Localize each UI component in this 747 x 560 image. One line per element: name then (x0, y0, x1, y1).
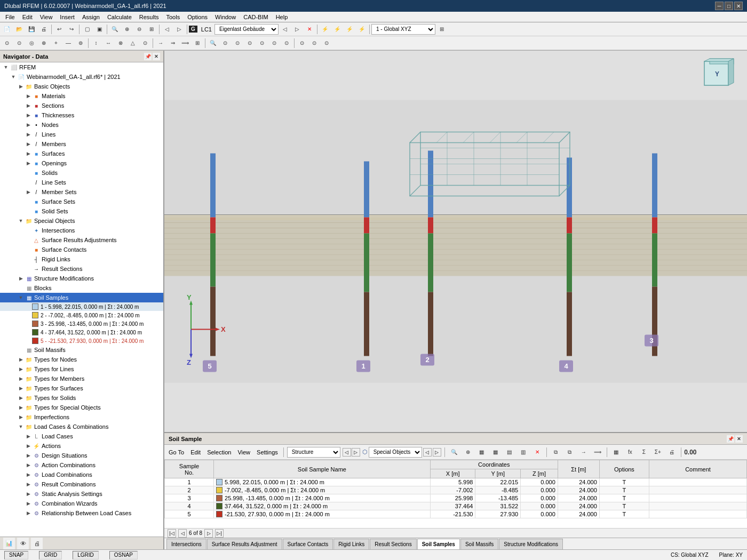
expand-project[interactable]: ▼ (10, 74, 17, 79)
page-next-btn[interactable]: ▷ (204, 529, 213, 538)
expand-sections[interactable]: ▶ (25, 103, 32, 108)
tree-result-sections[interactable]: ▶ → Result Sections (0, 264, 163, 274)
tree-static-analysis[interactable]: ▶ ⚙ Static Analysis Settings (0, 489, 163, 499)
undo-btn[interactable]: ↩ (53, 23, 65, 35)
tree-types-solids[interactable]: ▶ 📁 Types for Solids (0, 393, 163, 403)
expand-relationship[interactable]: ▶ (25, 510, 32, 516)
tab-surf-res-adj[interactable]: Surface Results Adjustment (207, 539, 282, 549)
soil-sample-3[interactable]: 3 - 25.998, -13.485, 0.000 m | Σt : 24.0… (0, 319, 163, 328)
expand-combwiz[interactable]: ▶ (25, 501, 32, 506)
tree-design-sit[interactable]: ▶ ⚙ Design Situations (0, 451, 163, 460)
tab-rigid-links[interactable]: Rigid Links (333, 539, 369, 549)
tree-blocks[interactable]: ▶ ▦ Blocks (0, 283, 163, 293)
nav-prev2-btn[interactable]: ◁ (423, 448, 432, 457)
tb2-5[interactable]: + (50, 37, 62, 49)
tab-intersections[interactable]: Intersections (166, 539, 206, 549)
tb2-16[interactable]: ⊞ (192, 37, 203, 49)
expand-loadcases[interactable]: ▼ (17, 424, 25, 429)
table3-btn[interactable]: ▤ (504, 446, 515, 458)
filter2-btn[interactable]: ⊕ (462, 446, 474, 458)
select-btn[interactable]: ▢ (81, 23, 93, 35)
calc-btn[interactable]: ⚡ (319, 23, 331, 35)
tree-rigid-links[interactable]: ▶ ┤ Rigid Links (0, 254, 163, 264)
expand-typesnodes[interactable]: ▶ (17, 357, 25, 362)
tree-relationship[interactable]: ▶ ⚙ Relationship Between Load Cases (0, 508, 163, 518)
tb2-23[interactable]: ⊙ (281, 37, 292, 49)
tree-project[interactable]: ▼ 📄 Webinarmodell_GA-1_all.rf6* | 2021 (0, 72, 163, 82)
cs-dropdown[interactable]: 1 - Global XYZ (371, 24, 435, 35)
tree-thicknesses[interactable]: ▶ ■ Thicknesses (0, 110, 163, 120)
nav-header-controls[interactable]: 📌 ✕ (144, 53, 160, 60)
sum2-btn[interactable]: Σ+ (652, 446, 664, 458)
expand-rfem[interactable]: ▼ (2, 65, 10, 70)
expand-typessurfaces[interactable]: ▶ (17, 386, 25, 391)
expand-actioncomb[interactable]: ▶ (25, 462, 32, 468)
tab-soil-samples[interactable]: Soil Samples (417, 539, 460, 549)
save-btn[interactable]: 💾 (26, 23, 37, 35)
tb2-12[interactable]: ⊙ (139, 37, 151, 49)
lc-next-btn[interactable]: ▷ (291, 23, 303, 35)
tb2-4[interactable]: ⊕ (38, 37, 50, 49)
window-controls[interactable]: ─ □ ✕ (715, 2, 743, 10)
menu-view[interactable]: View (37, 13, 56, 21)
tree-special-objects[interactable]: ▼ 📁 Special Objects (0, 216, 163, 226)
page-last-btn[interactable]: ▷| (215, 529, 224, 538)
menu-results[interactable]: Results (136, 13, 162, 21)
tree-types-surfaces[interactable]: ▶ 📁 Types for Surfaces (0, 383, 163, 393)
copy2-btn[interactable]: ⧉ (564, 446, 576, 458)
snap-status[interactable]: SNAP (4, 551, 28, 559)
grid-btn[interactable]: ⊞ (436, 23, 448, 35)
bottom-menu-settings[interactable]: Settings (255, 449, 280, 455)
page-first-btn[interactable]: |◁ (168, 529, 176, 538)
lc-name-dropdown[interactable]: Eigenlast Gebäude (214, 24, 279, 35)
table-btn[interactable]: ▦ (476, 446, 488, 458)
menu-tools[interactable]: Tools (163, 13, 183, 21)
tb2-3[interactable]: ◎ (26, 37, 37, 49)
nav-close-btn[interactable]: ✕ (153, 53, 160, 60)
tb2-22[interactable]: ⊙ (268, 37, 280, 49)
special-objects-dropdown[interactable]: Special Objects (369, 447, 422, 458)
tb2-19[interactable]: ⊙ (232, 37, 243, 49)
tb2-13[interactable]: → (155, 37, 166, 49)
tree-loadcases-item[interactable]: ▶ L Load Cases (0, 431, 163, 441)
nav-display-btn[interactable]: 👁 (17, 538, 29, 549)
tb2-20[interactable]: ⊙ (244, 37, 256, 49)
nav-next-btn[interactable]: ▷ (352, 448, 360, 457)
menu-options[interactable]: Options (184, 13, 211, 21)
tb2-25[interactable]: ⊙ (308, 37, 320, 49)
menu-window[interactable]: Window (212, 13, 239, 21)
calc3-btn[interactable]: ⚡ (344, 23, 355, 35)
expand-imperfections[interactable]: ▶ (17, 414, 25, 420)
calc2-btn[interactable]: ⚡ (331, 23, 343, 35)
menu-cadbim[interactable]: CAD-BIM (240, 13, 271, 21)
menu-edit[interactable]: Edit (19, 13, 36, 21)
tree-surf-res-adj[interactable]: ▶ △ Surface Results Adjustments (0, 235, 163, 245)
table-row[interactable]: 4 37.464, 31.522, 0.000 m | Σt : 24.000 … (165, 502, 747, 510)
expand-basic[interactable]: ▶ (17, 84, 25, 89)
tb2-6[interactable]: — (62, 37, 74, 49)
copy-btn[interactable]: ⧉ (550, 446, 562, 458)
soil-sample-2[interactable]: 2 - -7.002, -8.485, 0.000 m | Σt : 24.00… (0, 311, 163, 319)
expand-thicknesses[interactable]: ▶ (25, 113, 32, 118)
menu-assign[interactable]: Assign (79, 13, 103, 21)
osnap-status[interactable]: OSNAP (109, 551, 138, 559)
tb2-11[interactable]: △ (127, 37, 139, 49)
redo-btn[interactable]: ↪ (66, 23, 77, 35)
expand-structmod[interactable]: ▶ (17, 276, 25, 281)
next-btn[interactable]: ▷ (173, 23, 185, 35)
tree-soil-massifs[interactable]: ▶ ▦ Soil Massifs (0, 345, 163, 355)
bottom-close-btn[interactable]: ✕ (735, 435, 743, 443)
print-btn[interactable]: 🖨 (38, 23, 50, 35)
lc-prev-btn[interactable]: ◁ (279, 23, 291, 35)
calc4-btn[interactable]: ⚡ (356, 23, 368, 35)
nav-arrows-left[interactable]: ◁ ▷ (343, 448, 360, 457)
tb2-7[interactable]: ⊚ (75, 37, 86, 49)
bottom-pin-btn[interactable]: 📌 (727, 435, 734, 443)
maximize-btn[interactable]: □ (725, 2, 733, 10)
expand-typesspecial[interactable]: ▶ (17, 405, 25, 410)
tb2-21[interactable]: ⊙ (256, 37, 268, 49)
tree-sections[interactable]: ▶ ■ Sections (0, 101, 163, 110)
menu-insert[interactable]: Insert (57, 13, 78, 21)
expand-static[interactable]: ▶ (25, 491, 32, 497)
bottom-menu-goto[interactable]: Go To (166, 449, 186, 455)
